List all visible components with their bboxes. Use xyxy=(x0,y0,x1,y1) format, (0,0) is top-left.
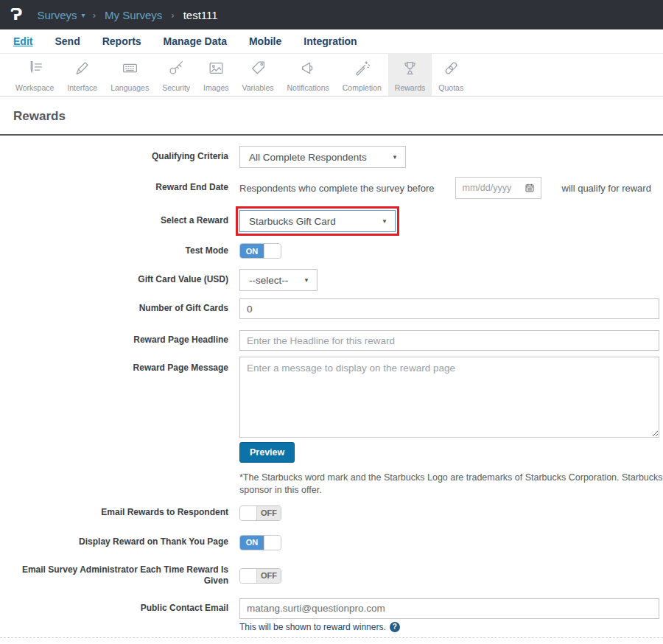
toggle-off-text: OFF xyxy=(257,569,281,583)
email-rewards-toggle[interactable]: OFF xyxy=(239,505,281,521)
images-icon xyxy=(207,59,225,80)
select-reward-select[interactable]: Starbucks Gift Card ▼ xyxy=(239,210,396,232)
test-mode-toggle[interactable]: ON xyxy=(239,243,281,259)
qualifying-criteria-select[interactable]: All Complete Respondents ▼ xyxy=(239,146,406,168)
toolbar-item-label: Images xyxy=(203,83,228,92)
email-rewards-label: Email Rewards to Respondent xyxy=(0,507,228,519)
edit-icon-toolbar: Workspace Interface Languages Security I… xyxy=(0,54,663,97)
toolbar-item-label: Languages xyxy=(110,83,149,92)
disclaimer-line-1: *The Starbucks word mark and the Starbuc… xyxy=(239,472,663,484)
toggle-knob xyxy=(264,536,281,550)
toolbar-item-languages[interactable]: Languages xyxy=(104,54,155,96)
toolbar-item-notifications[interactable]: Notifications xyxy=(281,54,336,96)
toolbar-item-label: Quotas xyxy=(438,83,463,92)
tab-manage-data[interactable]: Manage Data xyxy=(164,35,227,47)
end-date-prefix-text: Respondents who complete the survey befo… xyxy=(239,183,435,194)
toolbar-item-completion[interactable]: Completion xyxy=(336,54,388,96)
display-reward-toggle[interactable]: ON xyxy=(239,535,281,550)
toggle-on-text: ON xyxy=(240,536,264,550)
toolbar-item-label: Variables xyxy=(242,83,274,92)
toolbar-item-security[interactable]: Security xyxy=(155,54,197,96)
reward-page-message-row: Reward Page Message xyxy=(0,357,663,438)
email-admin-label: Email Survey Administrator Each Time Rew… xyxy=(0,564,228,587)
gift-card-value-label: Gift Card Value (USD) xyxy=(0,274,228,286)
help-icon[interactable]: ? xyxy=(390,622,400,632)
test-mode-label: Test Mode xyxy=(0,245,228,257)
number-of-gift-cards-input[interactable] xyxy=(239,298,659,319)
toolbar-item-images[interactable]: Images xyxy=(197,54,235,96)
qualifying-criteria-label: Qualifying Criteria xyxy=(0,151,228,163)
page-title: Rewards xyxy=(0,97,663,134)
number-of-gift-cards-label: Number of Gift Cards xyxy=(0,303,228,315)
toolbar-item-workspace[interactable]: Workspace xyxy=(9,54,60,96)
contact-email-helper: This will be shown to reward winners. ? xyxy=(239,622,663,632)
tab-send[interactable]: Send xyxy=(55,35,80,47)
questionpro-logo-icon[interactable]: Ɂ xyxy=(10,7,22,23)
breadcrumb-survey-name: test111 xyxy=(183,9,218,21)
tab-reports[interactable]: Reports xyxy=(102,35,141,47)
rewards-trophy-icon xyxy=(401,59,419,80)
interface-icon xyxy=(73,59,91,80)
public-contact-email-input[interactable] xyxy=(239,598,659,619)
reward-end-date-label: Reward End Date xyxy=(0,182,228,194)
reward-page-message-textarea[interactable] xyxy=(239,357,659,438)
gift-card-value-value: --select-- xyxy=(249,275,288,286)
email-admin-row: Email Survey Administrator Each Time Rew… xyxy=(0,564,663,587)
breadcrumb-surveys[interactable]: Surveys xyxy=(37,9,77,21)
toolbar-item-rewards[interactable]: Rewards xyxy=(388,54,432,96)
display-reward-row: Display Reward on Thank You Page ON xyxy=(0,535,663,550)
toolbar-item-interface[interactable]: Interface xyxy=(60,54,104,96)
tab-mobile[interactable]: Mobile xyxy=(249,35,281,47)
toolbar-item-quotas[interactable]: Quotas xyxy=(432,54,470,96)
chevron-down-icon: ▼ xyxy=(392,154,398,161)
reward-page-message-label: Reward Page Message xyxy=(0,357,228,374)
display-reward-label: Display Reward on Thank You Page xyxy=(0,536,228,548)
tab-edit[interactable]: Edit xyxy=(13,35,32,47)
toolbar-item-label: Workspace xyxy=(15,83,54,92)
select-reward-value: Starbucks Gift Card xyxy=(249,216,336,227)
chevron-down-icon: ▼ xyxy=(304,277,309,284)
helper-text: This will be shown to reward winners. xyxy=(239,622,386,632)
breadcrumb-separator: › xyxy=(93,10,96,21)
security-icon xyxy=(167,59,186,80)
toolbar-item-label: Completion xyxy=(343,83,382,92)
end-date-input[interactable]: mm/dd/yyyy xyxy=(455,177,541,199)
starbucks-disclaimer: *The Starbucks word mark and the Starbuc… xyxy=(239,472,663,497)
qualifying-criteria-value: All Complete Respondents xyxy=(249,152,367,163)
reward-end-date-row: Reward End Date Respondents who complete… xyxy=(0,177,663,199)
public-contact-email-label: Public Contact Email xyxy=(0,603,228,615)
toggle-knob xyxy=(264,244,281,258)
gift-card-value-select[interactable]: --select-- ▼ xyxy=(239,269,318,291)
toggle-knob xyxy=(240,506,257,520)
public-contact-email-row: Public Contact Email xyxy=(0,598,663,619)
email-admin-toggle[interactable]: OFF xyxy=(239,568,281,584)
breadcrumb-separator: › xyxy=(171,10,174,21)
variables-icon xyxy=(249,59,267,80)
gift-card-value-row: Gift Card Value (USD) --select-- ▼ xyxy=(0,269,663,291)
chevron-down-icon[interactable]: ▾ xyxy=(82,11,85,19)
reward-page-headline-input[interactable] xyxy=(239,330,659,351)
toolbar-item-label: Notifications xyxy=(287,83,329,92)
date-placeholder: mm/dd/yyyy xyxy=(463,183,512,193)
calendar-icon[interactable] xyxy=(525,183,535,193)
chevron-down-icon: ▼ xyxy=(382,218,387,225)
toolbar-item-variables[interactable]: Variables xyxy=(236,54,281,96)
tab-integration[interactable]: Integration xyxy=(304,35,357,47)
select-reward-label: Select a Reward xyxy=(0,215,228,227)
top-header-bar: Ɂ Surveys ▾ › My Surveys › test111 xyxy=(0,0,663,29)
number-of-gift-cards-row: Number of Gift Cards xyxy=(0,298,663,319)
reward-page-headline-label: Reward Page Headline xyxy=(0,335,228,346)
email-rewards-row: Email Rewards to Respondent OFF xyxy=(0,505,663,521)
dashed-divider xyxy=(0,637,663,638)
main-nav-tabs: Edit Send Reports Manage Data Mobile Int… xyxy=(0,29,663,54)
preview-button[interactable]: Preview xyxy=(239,442,295,463)
annotation-highlight-box: Starbucks Gift Card ▼ xyxy=(236,206,399,236)
toolbar-item-label: Security xyxy=(162,83,190,92)
breadcrumb-my-surveys[interactable]: My Surveys xyxy=(105,9,162,21)
test-mode-row: Test Mode ON xyxy=(0,243,663,259)
quotas-chain-icon xyxy=(442,59,460,80)
toggle-knob xyxy=(240,569,257,583)
notifications-icon xyxy=(299,59,318,80)
reward-page-headline-row: Reward Page Headline xyxy=(0,330,663,351)
disclaimer-line-2: sponsor in this offer. xyxy=(239,484,663,497)
